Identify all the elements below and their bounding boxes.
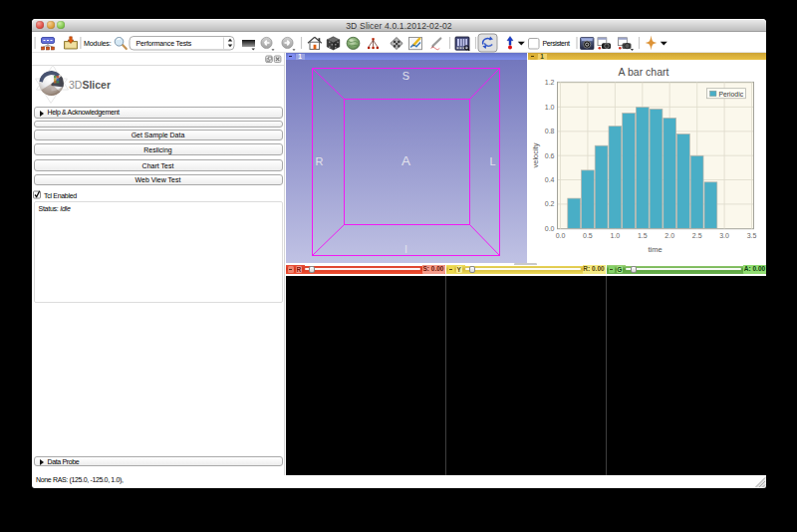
svg-text:L: L bbox=[489, 155, 495, 167]
svg-text:3DSlicer: 3DSlicer bbox=[69, 79, 111, 91]
svg-text:Tcl Enabled: Tcl Enabled bbox=[44, 192, 77, 199]
svg-text:0.4: 0.4 bbox=[544, 176, 554, 183]
svg-text:0.2: 0.2 bbox=[544, 201, 554, 208]
svg-text:time: time bbox=[648, 245, 662, 254]
svg-text:0.0: 0.0 bbox=[555, 232, 565, 239]
svg-text:0.5: 0.5 bbox=[583, 232, 593, 239]
svg-text:A: A bbox=[401, 154, 410, 169]
svg-text:Performance Tests: Performance Tests bbox=[136, 40, 192, 47]
svg-text:3.5: 3.5 bbox=[746, 232, 756, 239]
svg-text:velocity: velocity bbox=[531, 143, 540, 168]
svg-text:Modules:: Modules: bbox=[84, 39, 112, 48]
svg-text:Periodic: Periodic bbox=[718, 91, 743, 98]
svg-text:A bar chart: A bar chart bbox=[618, 66, 668, 78]
svg-text:2.0: 2.0 bbox=[664, 232, 674, 239]
svg-text:1.0: 1.0 bbox=[544, 104, 554, 111]
svg-text:Persistent: Persistent bbox=[543, 40, 571, 47]
svg-text:I: I bbox=[403, 243, 406, 255]
svg-text:2.5: 2.5 bbox=[691, 232, 701, 239]
svg-text:1.5: 1.5 bbox=[637, 232, 647, 239]
svg-text:0.6: 0.6 bbox=[544, 152, 554, 159]
svg-text:0.0: 0.0 bbox=[544, 225, 554, 232]
svg-text:1.0: 1.0 bbox=[610, 232, 620, 239]
svg-text:S: S bbox=[401, 71, 408, 83]
svg-text:1.2: 1.2 bbox=[544, 80, 554, 87]
svg-text:0.8: 0.8 bbox=[544, 128, 554, 134]
svg-text:3.0: 3.0 bbox=[719, 232, 729, 239]
svg-text:R: R bbox=[315, 155, 323, 167]
